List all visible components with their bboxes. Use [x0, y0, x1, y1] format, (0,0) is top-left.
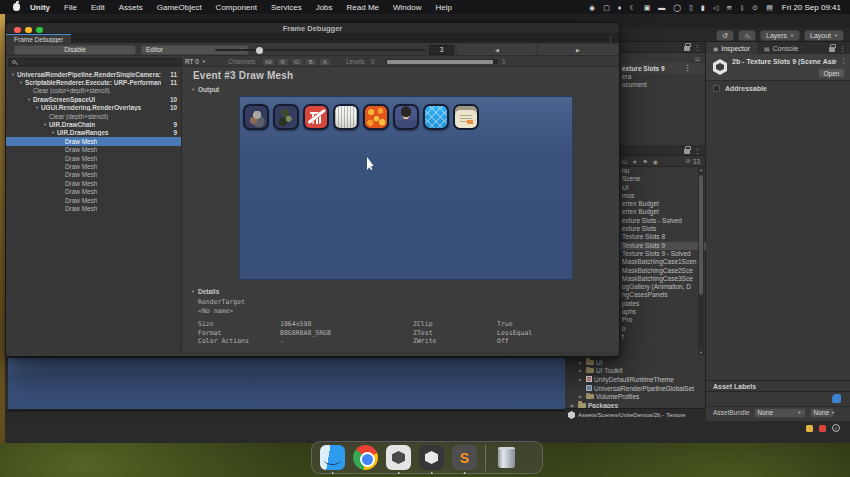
event-tree-row[interactable]: Draw Mesh — [6, 179, 181, 187]
status-yellow-icon[interactable] — [806, 425, 813, 432]
event-tree-row[interactable]: ▼UGUI.Rendering.RenderOverlays10 — [6, 104, 181, 112]
status-check-icon[interactable]: ✓ — [832, 424, 840, 432]
layers-dropdown[interactable]: Layers▼ — [760, 30, 800, 41]
menu-file[interactable]: File — [64, 3, 77, 12]
menu-unity[interactable]: Unity — [30, 3, 50, 12]
channel-r-button[interactable]: R — [277, 58, 289, 66]
display-icon[interactable]: ▢ — [603, 4, 610, 11]
kebab-menu-icon[interactable]: ⋮ — [684, 64, 691, 71]
project-scrollbar[interactable]: ▲ ▼ — [698, 167, 704, 355]
collapsed-arrow-icon[interactable]: ▶ — [579, 377, 584, 382]
slider-handle[interactable] — [256, 47, 263, 54]
finder-dock-icon[interactable] — [320, 445, 345, 470]
addressable-checkbox[interactable] — [713, 85, 720, 92]
menu-jobs[interactable]: Jobs — [316, 3, 333, 12]
event-tree-row[interactable]: Draw Mesh — [6, 196, 181, 204]
menu-edit[interactable]: Edit — [91, 3, 105, 12]
hidden-count[interactable]: ⊘33 — [685, 157, 700, 165]
tab-console[interactable]: ▤ Console — [757, 42, 805, 54]
open-button[interactable]: Open — [818, 68, 845, 78]
picker-icon[interactable]: ⊡ — [695, 55, 700, 62]
layout-dropdown[interactable]: Layout▼ — [804, 30, 844, 41]
chrome-dock-icon[interactable] — [353, 445, 378, 470]
window-titlebar[interactable]: Frame Debugger — [6, 23, 619, 34]
event-tree-row[interactable]: ▼UniversalRenderPipeline.RenderSingleCam… — [6, 70, 181, 78]
camera-icon[interactable]: ◉ — [589, 4, 595, 11]
battery-app-icon[interactable]: ▯ — [689, 4, 693, 11]
rt-dropdown[interactable]: RT 0▼ — [185, 58, 206, 65]
lock-icon[interactable] — [684, 149, 690, 154]
levels-slider[interactable] — [386, 59, 498, 64]
app-v-icon[interactable]: ▣ — [644, 4, 651, 11]
channel-a-button[interactable]: A — [319, 58, 331, 66]
event-tree-row[interactable]: Draw Mesh — [6, 204, 181, 212]
event-slider[interactable] — [215, 49, 425, 51]
wifi-icon[interactable]: ≋ — [726, 4, 732, 11]
scroll-down-icon[interactable]: ▼ — [698, 350, 704, 355]
menu-component[interactable]: Component — [216, 3, 257, 12]
kebab-menu-icon[interactable]: ⋮ — [839, 45, 846, 52]
volume-icon[interactable]: ◁ — [713, 4, 718, 11]
details-foldout[interactable]: ▼ Details — [191, 288, 219, 295]
menu-read-me[interactable]: Read Me — [347, 3, 379, 12]
tab-frame-debugger[interactable]: Frame Debugger — [6, 34, 71, 43]
project-folder-row[interactable]: ▶VolumeProfiles — [565, 392, 706, 401]
search-icon[interactable]: ⊙ — [752, 4, 758, 11]
keyboard-icon[interactable]: ▬ — [658, 4, 665, 11]
menu-help[interactable]: Help — [435, 3, 451, 12]
label-icon[interactable]: ⚑ — [642, 158, 647, 165]
assetbundle-dropdown[interactable]: None ▼ — [754, 408, 806, 418]
project-folder-row[interactable]: ▶DUnityDefaultRuntimeTheme — [565, 375, 706, 384]
search-input[interactable] — [8, 58, 182, 66]
sublime-text-dock-icon[interactable]: S — [452, 445, 477, 470]
variant-dropdown[interactable]: None ▼ — [810, 408, 834, 418]
kebab-menu-icon[interactable]: ⋮ — [694, 44, 701, 51]
channel-g-button[interactable]: G — [291, 58, 303, 66]
collapsed-arrow-icon[interactable]: ▶ — [579, 368, 584, 373]
disable-button[interactable]: Disable — [14, 45, 136, 55]
battery-icon[interactable]: ▮ — [701, 4, 705, 11]
channel-b-button[interactable]: B — [305, 58, 317, 66]
search-button[interactable] — [738, 30, 756, 41]
menubar-clock[interactable]: Fri 20 Sep 09:41 — [782, 3, 841, 12]
scroll-up-icon[interactable]: ▲ — [698, 167, 704, 172]
bluetooth-icon[interactable]: ᛒ — [740, 4, 744, 11]
next-event-button[interactable]: ▶ — [539, 45, 617, 55]
apple-icon[interactable] — [13, 3, 20, 11]
event-tree-row[interactable]: Clear (color+depth+stencil) — [6, 87, 181, 95]
collapsed-arrow-icon[interactable]: ▶ — [579, 360, 584, 365]
close-button[interactable] — [14, 27, 21, 34]
kebab-menu-icon[interactable]: ⋮ — [694, 147, 701, 154]
kebab-menu-icon[interactable]: ⋮ — [607, 35, 614, 42]
event-number-field[interactable]: 3 — [429, 45, 454, 55]
menu-services[interactable]: Services — [271, 3, 302, 12]
scrollbar-thumb[interactable] — [699, 175, 703, 295]
prev-event-button[interactable]: ◀ — [458, 45, 536, 55]
levels-slider-thumb[interactable] — [387, 60, 493, 64]
event-tree-row[interactable]: ▼DrawScreenSpaceUI10 — [6, 95, 181, 103]
search-by-type-icon[interactable]: ⊡ — [622, 158, 627, 165]
event-tree-row[interactable]: Draw Mesh — [6, 146, 181, 154]
label-tag-icon[interactable] — [832, 394, 841, 403]
event-tree-row[interactable]: ▼ScriptableRenderer.Execute: URP-Perform… — [6, 78, 181, 86]
event-tree-row[interactable]: ▼UIR.DrawRanges9 — [6, 129, 181, 137]
tab-inspector[interactable]: ◉ Inspector — [706, 42, 757, 54]
event-tree-row[interactable]: Draw Mesh — [6, 187, 181, 195]
user-switch-icon[interactable]: ▤ — [766, 4, 773, 11]
undo-history-button[interactable]: ↺ — [716, 30, 734, 41]
project-folder-row[interactable]: ▶UI Toolkit — [565, 367, 706, 376]
unity-hub-dock-icon[interactable] — [386, 445, 411, 470]
event-tree-row[interactable]: Draw Mesh — [6, 154, 181, 162]
event-tree-row[interactable]: ▼UIR.DrawChain9 — [6, 120, 181, 128]
status-red-icon[interactable] — [819, 425, 826, 432]
event-tree-row[interactable]: Draw Mesh — [6, 162, 181, 170]
channel-all-button[interactable]: All — [262, 58, 275, 66]
menu-window[interactable]: Window — [393, 3, 421, 12]
trash-dock-icon[interactable] — [494, 445, 519, 470]
help-icon[interactable]: ◉ — [832, 57, 837, 64]
unity-editor-dock-icon[interactable] — [419, 445, 444, 470]
project-folder-row[interactable]: ▶UI — [565, 358, 706, 367]
menu-assets[interactable]: Assets — [119, 3, 143, 12]
lock-icon[interactable] — [684, 46, 690, 51]
menu-gameobject[interactable]: GameObject — [157, 3, 202, 12]
